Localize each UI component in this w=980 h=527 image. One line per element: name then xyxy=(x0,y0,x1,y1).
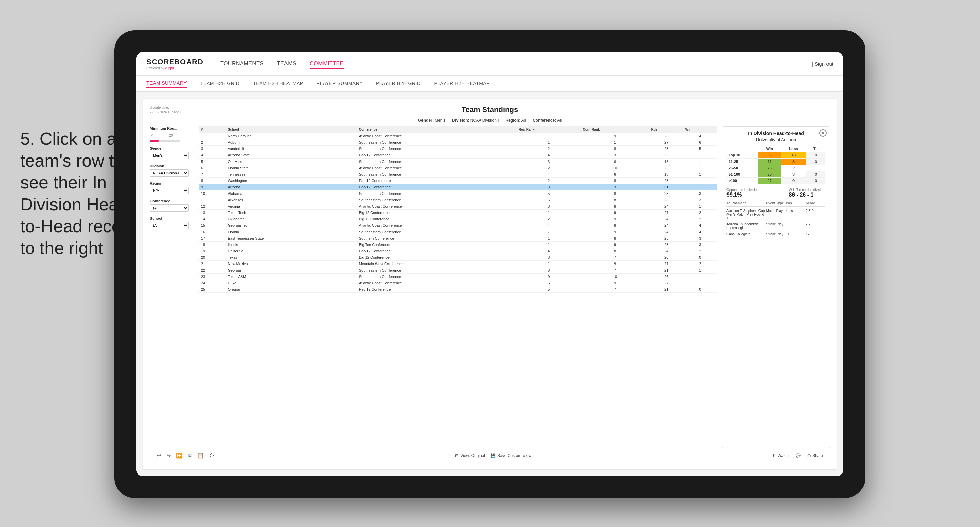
table-row[interactable]: 14 Oklahoma Big 12 Conference 2 9 24 2 xyxy=(199,216,717,222)
h2h-row-top10: Top 10 3 13 0 xyxy=(727,152,826,159)
save-custom-btn[interactable]: 💾 Save Custom View xyxy=(490,453,531,458)
nav-committee[interactable]: COMMITTEE xyxy=(310,59,344,69)
view-original-btn[interactable]: ⊞ View: Original xyxy=(455,453,485,458)
col-num: # xyxy=(199,126,226,133)
nav-items: TOURNAMENTS TEAMS COMMITTEE xyxy=(220,59,812,69)
school-select[interactable]: (All) xyxy=(150,222,189,229)
h2h-table: Win Loss Tie Top 10 3 13 xyxy=(727,146,826,184)
table-row[interactable]: 3 Vanderbilt Southeastern Conference 2 8… xyxy=(199,146,717,152)
col-rds: Rds xyxy=(649,126,683,133)
opp-stats: Opponents in division: 99.1% W-L-T recor… xyxy=(727,188,826,198)
redo-icon[interactable]: ↪ xyxy=(166,452,171,459)
table-row[interactable]: 17 East Tennessee State Southern Confere… xyxy=(199,235,717,241)
watch-btn[interactable]: 👁 Watch xyxy=(772,453,789,458)
division-select[interactable]: NCAA Division I xyxy=(150,169,189,177)
forward-icon[interactable]: ⏩ xyxy=(176,452,183,459)
school-filter: School (All) xyxy=(150,216,194,229)
tourn-header: Tournament Event Type Pos Score xyxy=(727,201,826,206)
panel-header: Team Standings xyxy=(150,105,830,114)
table-row[interactable]: 8 Washington Pac-12 Conference 2 8 23 1 xyxy=(199,178,717,184)
table-row[interactable]: 19 California Pac-12 Conference 4 8 24 2 xyxy=(199,248,717,254)
table-row[interactable]: 25 Oregon Pac-12 Conference 5 7 21 0 xyxy=(199,286,717,293)
table-row[interactable]: 16 Florida Southeastern Conference 7 9 2… xyxy=(199,229,717,235)
table-row[interactable]: 7 Tennessee Southeastern Conference 4 6 … xyxy=(199,171,717,178)
sub-nav-team-h2h-heatmap[interactable]: TEAM H2H HEATMAP xyxy=(253,79,303,87)
sub-nav-team-h2h-grid[interactable]: TEAM H2H GRID xyxy=(200,79,239,87)
h2h-row-gt100: >100 27 0 0 xyxy=(727,178,826,184)
tournament-section: Tournament Event Type Pos Score Jackson … xyxy=(727,201,826,237)
table-row[interactable]: 4 Arizona State Pac-12 Conference 4 3 26… xyxy=(199,152,717,159)
col-reg-rank: Reg Rank xyxy=(517,126,581,133)
sub-nav-player-summary[interactable]: PLAYER SUMMARY xyxy=(317,79,363,87)
h2h-row-1125: 11-25 11 8 0 xyxy=(727,159,826,165)
copy-icon[interactable]: ⧉ xyxy=(188,452,192,459)
filters-row: Gender: Men's Division: NCAA Division I … xyxy=(150,118,830,123)
gender-select[interactable]: Men's xyxy=(150,152,189,159)
table-row[interactable]: 18 Illinois Big Ten Conference 1 9 23 3 xyxy=(199,241,717,248)
table-row[interactable]: 2 Auburn Southeastern Conference 1 1 27 … xyxy=(199,139,717,146)
table-row[interactable]: 6 Florida State Atlantic Coast Conferenc… xyxy=(199,165,717,171)
h2h-record: W-L-T record in-division: 86 - 26 - 1 xyxy=(789,188,826,198)
share-btn[interactable]: ⬡ Share xyxy=(807,453,823,458)
logo-title: SCOREBOARD xyxy=(146,57,203,66)
undo-icon[interactable]: ↩ xyxy=(156,452,161,459)
toolbar-right: 👁 Watch 💬 ⬡ Share xyxy=(772,453,823,458)
table-row[interactable]: 15 Georgia Tech Atlantic Coast Conferenc… xyxy=(199,222,717,229)
filters-col: Minimum Rou... – 20 Gender xyxy=(150,126,194,448)
h2h-col-tie: Tie xyxy=(806,146,826,152)
main-content: Update time: 27/03/2024 16:56:26 Team St… xyxy=(136,92,843,476)
main-panel: Update time: 27/03/2024 16:56:26 Team St… xyxy=(143,98,837,470)
h2h-col-loss: Loss xyxy=(781,146,807,152)
tourn-row-1: Jackson T. Stephens Cup Men's Match-Play… xyxy=(727,208,826,221)
sub-nav-player-h2h-grid[interactable]: PLAYER H2H GRID xyxy=(376,79,421,87)
panel-top: Update time: 27/03/2024 16:56:26 Team St… xyxy=(150,105,830,126)
col-conference: Conference xyxy=(357,126,517,133)
nav-tournaments[interactable]: TOURNAMENTS xyxy=(220,59,264,69)
outer-wrapper: 5. Click on a team's row to see their In… xyxy=(0,0,980,527)
table-row[interactable]: 22 Georgia Southeastern Conference 8 7 2… xyxy=(199,267,717,274)
conference-filter: Conference (All) xyxy=(150,199,194,212)
table-row[interactable]: 12 Virginia Atlantic Coast Conference 3 … xyxy=(199,203,717,210)
table-row[interactable]: 20 Texas Big 12 Conference 3 7 20 0 xyxy=(199,254,717,261)
tablet-device: SCOREBOARD Powered by clippd TOURNAMENTS… xyxy=(115,30,865,498)
sub-nav: TEAM SUMMARY TEAM H2H GRID TEAM H2H HEAT… xyxy=(136,76,843,92)
h2h-col-win: Win xyxy=(759,146,780,152)
table-area: # School Conference Reg Rank Conf Rank R… xyxy=(199,126,717,448)
clock-icon[interactable]: ⏱ xyxy=(209,452,215,459)
region-select[interactable]: N/A xyxy=(150,187,189,194)
table-row[interactable]: 11 Arkansas Southeastern Conference 6 8 … xyxy=(199,197,717,203)
table-row[interactable]: 1 North Carolina Atlantic Coast Conferen… xyxy=(199,133,717,139)
sign-out-link[interactable]: | Sign out xyxy=(812,61,833,67)
min-rounds-input[interactable] xyxy=(150,132,165,139)
tablet-screen: SCOREBOARD Powered by clippd TOURNAMENTS… xyxy=(136,52,843,476)
col-conf-rank: Conf Rank xyxy=(581,126,649,133)
table-row[interactable]: 13 Texas Tech Big 12 Conference 1 9 27 2 xyxy=(199,210,717,216)
opp-pct: Opponents in division: 99.1% xyxy=(727,188,759,198)
logo-area: SCOREBOARD Powered by clippd xyxy=(146,57,203,70)
sub-nav-player-h2h-heatmap[interactable]: PLAYER H2H HEATMAP xyxy=(434,79,490,87)
sub-nav-team-summary[interactable]: TEAM SUMMARY xyxy=(146,79,187,88)
h2h-col-range xyxy=(727,146,759,152)
paste-icon[interactable]: 📋 xyxy=(197,452,204,459)
table-row[interactable]: 24 Duke Atlantic Coast Conference 5 9 27… xyxy=(199,280,717,286)
table-row[interactable]: 21 New Mexico Mountain West Conference 1… xyxy=(199,261,717,267)
table-row[interactable]: 10 Alabama Southeastern Conference 5 8 2… xyxy=(199,190,717,197)
min-rounds-slider[interactable] xyxy=(150,140,180,142)
h2h-team: University of Arizona xyxy=(727,137,826,142)
close-button[interactable]: ✕ xyxy=(819,129,827,137)
top-nav: SCOREBOARD Powered by clippd TOURNAMENTS… xyxy=(136,52,843,76)
update-time-area: Update time: 27/03/2024 16:56:26 xyxy=(150,105,181,115)
min-rounds-filter: Minimum Rou... – 20 xyxy=(150,126,194,142)
table-row[interactable]: 5 Ole Miss Southeastern Conference 3 6 1… xyxy=(199,159,717,165)
content-area: Minimum Rou... – 20 Gender xyxy=(150,126,830,448)
nav-teams[interactable]: TEAMS xyxy=(277,59,297,69)
h2h-row-2650: 26-50 25 2 1 xyxy=(727,165,826,171)
conference-select[interactable]: (All) xyxy=(150,204,189,212)
table-row[interactable]: 9 Arizona Pac-12 Conference 3 3 31 1 xyxy=(199,184,717,190)
table-row[interactable]: 23 Texas A&M Southeastern Conference 9 1… xyxy=(199,274,717,280)
standings-table: # School Conference Reg Rank Conf Rank R… xyxy=(199,126,717,293)
tourn-row-2: Arizona Thunderbirds Intercollegiate Str… xyxy=(727,221,826,231)
comment-btn[interactable]: 💬 xyxy=(795,453,800,458)
h2h-panel: ✕ In Division Head-to-Head University of… xyxy=(722,126,830,448)
logo-sub: Powered by clippd xyxy=(146,66,203,70)
